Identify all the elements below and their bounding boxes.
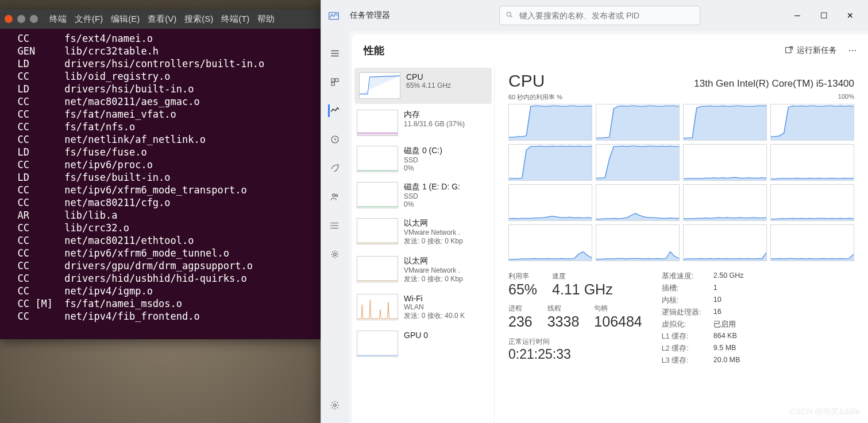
task-manager-icon xyxy=(326,7,342,24)
perf-item-sub: 11.8/31.6 GB (37%) xyxy=(404,120,489,128)
perf-item[interactable]: 磁盘 0 (C:) SSD0% xyxy=(352,141,494,177)
core-chart xyxy=(770,144,854,181)
stat-handle-label: 句柄 xyxy=(594,304,642,313)
perf-thumb xyxy=(357,110,398,136)
spec-key: 虚拟化: xyxy=(662,320,713,329)
svg-line-2 xyxy=(511,15,512,17)
spec-value: 10 xyxy=(713,296,744,305)
tm-title: 任务管理器 xyxy=(350,10,390,21)
menu-help[interactable]: 帮助 xyxy=(257,14,275,25)
svg-rect-3 xyxy=(331,79,334,82)
axis-left: 60 秒内的利用率 % xyxy=(508,93,562,102)
hamburger-icon[interactable] xyxy=(329,47,341,60)
perf-item-title: 以太网 xyxy=(404,256,489,266)
spec-key: 插槽: xyxy=(662,284,713,293)
perf-item-title: Wi-Fi xyxy=(404,294,489,303)
stat-util-value: 65% xyxy=(508,281,537,298)
menu-terminal2[interactable]: 终端(T) xyxy=(221,14,249,25)
cpu-model: 13th Gen Intel(R) Core(TM) i5-13400 xyxy=(694,78,854,90)
perf-item-title: CPU xyxy=(406,72,487,82)
perf-thumb xyxy=(357,146,398,172)
menu-edit[interactable]: 编辑(E) xyxy=(111,14,140,25)
perf-item[interactable]: Wi-Fi WLAN发送: 0 接收: 40.0 K xyxy=(352,289,494,326)
perf-item[interactable]: 磁盘 1 (E: D: G: SSD0% xyxy=(352,177,494,214)
core-chart xyxy=(770,104,854,141)
tm-titlebar[interactable]: 任务管理器 ─ ☐ ✕ xyxy=(321,0,868,31)
details-icon[interactable] xyxy=(329,219,341,232)
history-icon[interactable] xyxy=(329,133,341,146)
core-chart xyxy=(683,224,767,261)
startup-icon[interactable] xyxy=(329,162,341,174)
stat-handle-value: 106484 xyxy=(594,313,642,330)
svg-rect-15 xyxy=(357,133,398,135)
perf-item-title: 内存 xyxy=(404,110,489,120)
users-icon[interactable] xyxy=(329,191,341,203)
perf-item[interactable]: CPU 65% 4.11 GHz xyxy=(354,68,492,104)
axis-right: 100% xyxy=(838,93,854,102)
spec-key: L2 缓存: xyxy=(662,344,713,354)
svg-point-10 xyxy=(330,225,331,226)
menu-search[interactable]: 搜索(S) xyxy=(184,14,213,25)
perf-item[interactable]: 内存 11.8/31.6 GB (37%) xyxy=(352,105,494,141)
perf-item-sub: WLAN发送: 0 接收: 40.0 K xyxy=(404,303,489,321)
core-chart xyxy=(596,144,680,181)
search-input[interactable] xyxy=(519,11,694,20)
uptime-label: 正常运行时间 xyxy=(508,337,642,347)
settings-icon[interactable] xyxy=(329,399,341,412)
more-button[interactable]: ⋯ xyxy=(848,46,857,55)
spec-value: 864 KB xyxy=(713,332,744,341)
spec-value: 1 xyxy=(713,284,744,293)
uptime-value: 0:21:25:33 xyxy=(508,347,642,362)
perf-header: 性能 运行新任务 ⋯ xyxy=(352,34,868,67)
menu-terminal[interactable]: 终端 xyxy=(49,14,67,25)
page-title: 性能 xyxy=(364,44,384,57)
core-chart xyxy=(596,104,680,141)
search-icon xyxy=(506,11,514,21)
services-icon[interactable] xyxy=(329,248,341,261)
spec-key: 逻辑处理器: xyxy=(662,308,713,317)
performance-icon[interactable] xyxy=(328,104,341,117)
processes-icon[interactable] xyxy=(329,76,341,88)
perf-item-sub: VMware Network .发送: 0 接收: 0 Kbp xyxy=(404,228,489,246)
perf-item-title: GPU 0 xyxy=(404,331,489,340)
perf-list[interactable]: CPU 65% 4.11 GHz 内存 11.8/31.6 GB (37%) 磁… xyxy=(352,67,495,423)
perf-item[interactable]: 以太网 VMware Network .发送: 0 接收: 0 Kbp xyxy=(352,214,494,251)
menu-file[interactable]: 文件(F) xyxy=(75,14,103,25)
ubuntu-minimize-button[interactable] xyxy=(17,15,25,23)
menu-view[interactable]: 查看(V) xyxy=(148,14,176,25)
core-grid xyxy=(508,104,854,261)
spec-key: L1 缓存: xyxy=(662,332,713,341)
spec-value: 2.50 GHz xyxy=(713,271,744,281)
svg-point-12 xyxy=(334,253,337,256)
window-close-button[interactable]: ✕ xyxy=(837,6,863,25)
run-task-label: 运行新任务 xyxy=(797,45,837,56)
core-chart xyxy=(508,224,592,261)
svg-point-1 xyxy=(507,12,511,16)
perf-item[interactable]: GPU 0 xyxy=(352,326,494,362)
ubuntu-maximize-button[interactable] xyxy=(30,15,38,23)
perf-thumb xyxy=(357,331,398,357)
ubuntu-close-button[interactable] xyxy=(5,15,13,23)
svg-point-13 xyxy=(334,404,337,407)
core-chart xyxy=(508,144,592,181)
stat-proc-label: 进程 xyxy=(508,304,533,313)
terminal-output[interactable]: CC fs/ext4/namei.o GEN lib/crc32table.h … xyxy=(0,29,322,339)
run-task-button[interactable]: 运行新任务 xyxy=(784,45,837,56)
ubuntu-titlebar[interactable]: 终端 文件(F) 编辑(E) 查看(V) 搜索(S) 终端(T) 帮助 xyxy=(0,9,322,29)
ubuntu-menu-bar: 终端 文件(F) 编辑(E) 查看(V) 搜索(S) 终端(T) 帮助 xyxy=(49,14,275,25)
perf-item-sub: 65% 4.11 GHz xyxy=(406,82,487,90)
svg-point-11 xyxy=(330,228,331,229)
core-chart xyxy=(683,144,767,181)
svg-rect-4 xyxy=(335,79,338,82)
core-chart xyxy=(508,104,592,141)
perf-item-sub: VMware Network .发送: 0 接收: 0 Kbp xyxy=(404,266,489,284)
perf-item-title: 磁盘 1 (E: D: G: xyxy=(404,182,489,192)
spec-value: 已启用 xyxy=(713,320,744,329)
search-box[interactable] xyxy=(499,6,700,25)
perf-thumb xyxy=(357,218,398,245)
perf-item-title: 以太网 xyxy=(404,218,489,228)
window-maximize-button[interactable]: ☐ xyxy=(811,6,837,25)
core-chart xyxy=(683,104,767,141)
window-minimize-button[interactable]: ─ xyxy=(784,6,811,25)
perf-item[interactable]: 以太网 VMware Network .发送: 0 接收: 0 Kbp xyxy=(352,251,494,289)
